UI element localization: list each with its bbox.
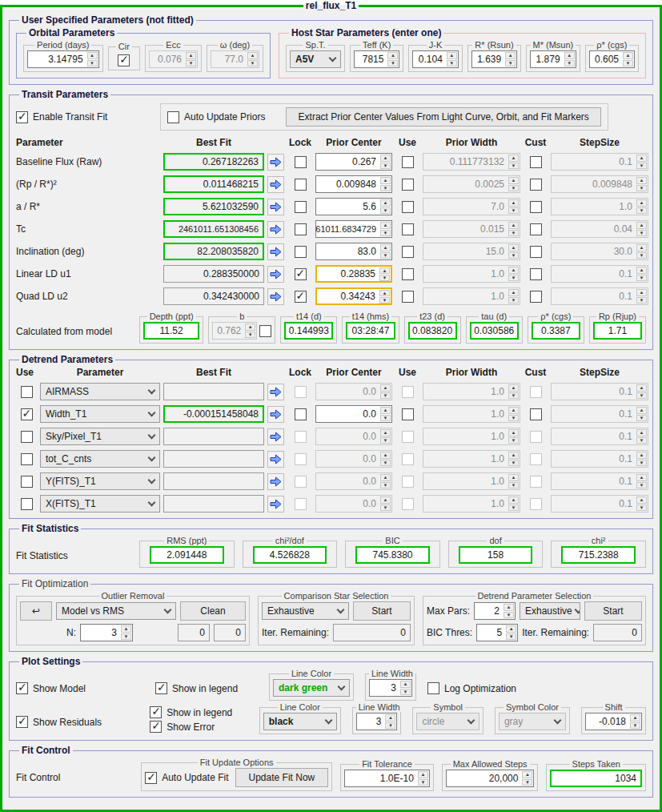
copy-best-fit-to-prior-button[interactable]	[267, 243, 284, 260]
spinner-buttons[interactable]	[508, 428, 520, 444]
stepsize-spinner[interactable]: 0.1	[551, 495, 648, 513]
lock-checkbox[interactable]	[295, 201, 307, 213]
copy-best-fit-to-prior-button[interactable]	[267, 496, 284, 513]
prior-width-spinner[interactable]: 0.0025	[423, 175, 520, 193]
n-spinner[interactable]: 3	[80, 624, 133, 641]
copy-best-fit-to-prior-button[interactable]	[267, 473, 284, 490]
use-detrend-checkbox[interactable]	[21, 408, 33, 420]
copy-best-fit-to-prior-button[interactable]	[267, 288, 284, 305]
spinner-buttons[interactable]	[505, 625, 517, 641]
spinner-buttons[interactable]	[379, 428, 391, 444]
custom-step-checkbox[interactable]	[530, 408, 542, 420]
copy-best-fit-to-prior-button[interactable]	[267, 199, 284, 215]
lock-checkbox[interactable]	[295, 268, 307, 280]
spinner-buttons[interactable]	[508, 496, 520, 512]
custom-step-checkbox[interactable]	[530, 476, 542, 488]
lock-checkbox[interactable]	[295, 179, 307, 191]
use-prior-checkbox[interactable]	[402, 223, 414, 235]
prior-width-spinner[interactable]: 1.0	[423, 428, 520, 445]
lock-checkbox[interactable]	[295, 246, 307, 258]
extract-prior-centers-button[interactable]: Extract Prior Center Values From Light C…	[286, 107, 601, 127]
detrend-sel-mode-dropdown[interactable]: Exhaustive	[520, 602, 580, 620]
detrend-parameter-dropdown[interactable]: Width_T1	[40, 405, 160, 423]
spinner-buttons[interactable]	[379, 496, 391, 512]
spinner-buttons[interactable]	[636, 199, 648, 215]
prior-width-spinner[interactable]: 7.0	[423, 198, 520, 215]
symbol-dropdown[interactable]: circle	[416, 713, 479, 730]
fit-tolerance-spinner[interactable]: 1.0E-10	[344, 770, 430, 787]
prior-width-spinner[interactable]: 0.015	[423, 220, 520, 238]
spinner-buttons[interactable]	[446, 51, 458, 67]
prior-width-spinner[interactable]: 1.0	[423, 472, 520, 490]
spinner-buttons[interactable]	[379, 176, 391, 192]
comp-star-mode-dropdown[interactable]: Exhaustive	[262, 602, 349, 620]
detrend-parameter-dropdown[interactable]: Sky/Pixel_T1	[40, 428, 160, 445]
jk-spinner[interactable]: 0.104	[412, 50, 458, 68]
show-residuals-checkbox[interactable]	[16, 716, 28, 728]
undo-clean-button[interactable]: ↩	[20, 601, 52, 621]
detrend-parameter-dropdown[interactable]: Y(FITS)_T1	[40, 472, 160, 490]
prior-width-spinner[interactable]: 1.0	[423, 405, 520, 423]
outlier-mode-dropdown[interactable]: Model vs RMS	[56, 602, 176, 620]
spinner-buttons[interactable]	[636, 176, 648, 192]
use-prior-checkbox[interactable]	[402, 498, 414, 510]
spinner-buttons[interactable]	[384, 714, 396, 730]
spinner-buttons[interactable]	[508, 288, 520, 304]
spinner-buttons[interactable]	[636, 266, 648, 282]
prior-center-spinner[interactable]: 0.34243	[315, 287, 392, 305]
prior-center-spinner[interactable]: 0.0	[315, 495, 392, 513]
copy-best-fit-to-prior-button[interactable]	[267, 176, 284, 193]
residuals-show-in-legend-checkbox[interactable]	[150, 706, 162, 718]
stepsize-spinner[interactable]: 0.04	[551, 220, 648, 238]
prior-center-spinner[interactable]: 0.28835	[315, 265, 392, 283]
lock-checkbox[interactable]	[295, 223, 307, 235]
lock-checkbox[interactable]	[295, 498, 307, 510]
prior-width-spinner[interactable]: 15.0	[423, 243, 520, 260]
spinner-buttons[interactable]	[636, 406, 648, 422]
max-allowed-steps-spinner[interactable]: 20,000	[446, 770, 535, 787]
custom-step-checkbox[interactable]	[530, 291, 542, 303]
spinner-buttons[interactable]	[508, 406, 520, 422]
custom-step-checkbox[interactable]	[530, 453, 542, 465]
stepsize-spinner[interactable]: 0.1	[551, 153, 648, 171]
custom-step-checkbox[interactable]	[530, 268, 542, 280]
prior-width-spinner[interactable]: 1.0	[423, 287, 520, 305]
spinner-buttons[interactable]	[508, 266, 520, 282]
prior-center-spinner[interactable]: 0.0	[315, 428, 392, 445]
detrend-parameter-dropdown[interactable]: AIRMASS	[40, 383, 160, 400]
spinner-buttons[interactable]	[636, 384, 648, 400]
use-detrend-checkbox[interactable]	[21, 498, 33, 510]
impact-parameter-checkbox[interactable]	[259, 325, 271, 337]
omega-spinner[interactable]: 77.0	[211, 50, 259, 68]
eccentricity-spinner[interactable]: 0.076	[149, 50, 198, 68]
use-prior-checkbox[interactable]	[402, 291, 414, 303]
stepsize-spinner[interactable]: 0.1	[551, 472, 648, 490]
prior-center-spinner[interactable]: 0.267	[315, 153, 392, 171]
prior-center-spinner[interactable]: 0.0	[315, 383, 392, 400]
spinner-buttons[interactable]	[379, 384, 391, 400]
custom-step-checkbox[interactable]	[530, 179, 542, 191]
use-prior-checkbox[interactable]	[402, 179, 414, 191]
lock-checkbox[interactable]	[295, 431, 307, 443]
spinner-buttons[interactable]	[508, 243, 520, 259]
detrend-sel-start-button[interactable]: Start	[584, 601, 642, 621]
stepsize-spinner[interactable]: 30.0	[551, 243, 648, 260]
detrend-parameter-dropdown[interactable]: X(FITS)_T1	[40, 495, 160, 513]
spinner-buttons[interactable]	[636, 473, 648, 489]
auto-update-fit-checkbox[interactable]	[145, 772, 157, 784]
prior-center-spinner[interactable]: 0.0	[315, 450, 392, 468]
prior-width-spinner[interactable]: 1.0	[423, 265, 520, 283]
spinner-buttons[interactable]	[508, 154, 520, 170]
lock-checkbox[interactable]	[295, 386, 307, 398]
spinner-buttons[interactable]	[508, 384, 520, 400]
prior-center-spinner[interactable]: 83.0	[315, 243, 392, 260]
residuals-line-color-dropdown[interactable]: black	[263, 713, 337, 730]
spinner-buttons[interactable]	[379, 451, 391, 467]
copy-best-fit-to-prior-button[interactable]	[267, 406, 284, 423]
copy-best-fit-to-prior-button[interactable]	[267, 428, 284, 445]
spinner-buttons[interactable]	[379, 199, 391, 215]
prior-center-spinner[interactable]: 0.009848	[315, 175, 392, 193]
spinner-buttons[interactable]	[521, 770, 533, 786]
spinner-buttons[interactable]	[379, 243, 391, 259]
prior-center-spinner[interactable]: 0.0	[315, 405, 392, 423]
